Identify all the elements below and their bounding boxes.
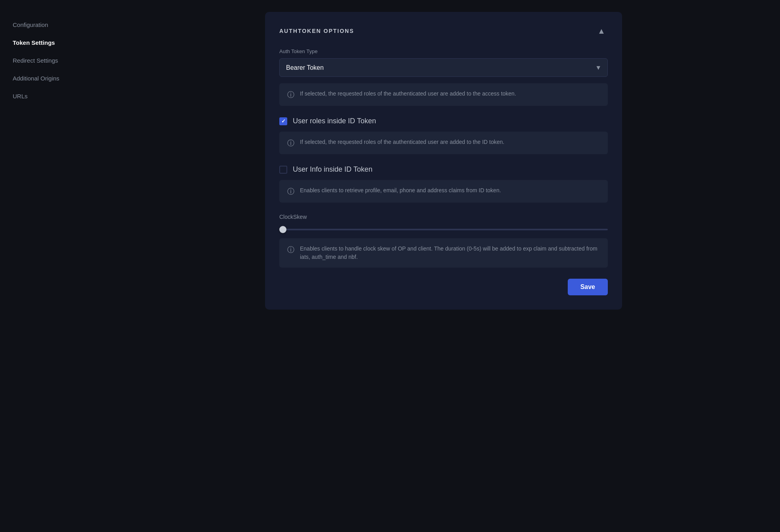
- user-info-id-token-checkbox[interactable]: [279, 166, 287, 174]
- save-button[interactable]: Save: [568, 279, 608, 295]
- user-info-id-token-section: User Info inside ID Token ⓘ Enables clie…: [279, 165, 608, 203]
- clock-skew-slider[interactable]: [279, 229, 608, 230]
- info-icon-4: ⓘ: [287, 245, 294, 255]
- card-header: AUTHTOKEN OPTIONS ▲: [279, 25, 608, 37]
- info-icon: ⓘ: [287, 90, 294, 100]
- sidebar: Configuration Token Settings Redirect Se…: [0, 0, 107, 532]
- bearer-token-info-text: If selected, the requested roles of the …: [300, 90, 516, 98]
- card-title: AUTHTOKEN OPTIONS: [279, 28, 354, 34]
- clock-skew-info-box: ⓘ Enables clients to handle clock skew o…: [279, 238, 608, 268]
- card-footer: Save: [279, 279, 608, 295]
- id-token-roles-info-box: ⓘ If selected, the requested roles of th…: [279, 132, 608, 154]
- auth-token-type-select-wrapper: Bearer Token JWT Token Opaque Token ▼: [279, 58, 608, 77]
- sidebar-item-redirect-settings[interactable]: Redirect Settings: [10, 52, 98, 69]
- user-info-id-token-label: User Info inside ID Token: [293, 165, 373, 174]
- user-roles-id-token-section: User roles inside ID Token ⓘ If selected…: [279, 117, 608, 154]
- sidebar-item-configuration[interactable]: Configuration: [10, 16, 98, 34]
- id-token-roles-info-text: If selected, the requested roles of the …: [300, 138, 504, 146]
- bearer-token-info-box: ⓘ If selected, the requested roles of th…: [279, 83, 608, 106]
- user-info-info-box: ⓘ Enables clients to retrieve profile, e…: [279, 180, 608, 203]
- authtoken-options-card: AUTHTOKEN OPTIONS ▲ Auth Token Type Bear…: [265, 12, 622, 310]
- user-info-info-text: Enables clients to retrieve profile, ema…: [300, 186, 501, 195]
- clock-skew-info-text: Enables clients to handle clock skew of …: [300, 245, 600, 261]
- clock-skew-section: ClockSkew: [279, 214, 608, 232]
- collapse-button[interactable]: ▲: [595, 25, 608, 37]
- clock-skew-label: ClockSkew: [279, 214, 608, 220]
- user-info-id-token-row: User Info inside ID Token: [279, 165, 608, 174]
- user-roles-id-token-row: User roles inside ID Token: [279, 117, 608, 125]
- auth-token-type-section: Auth Token Type Bearer Token JWT Token O…: [279, 48, 608, 77]
- auth-token-type-label: Auth Token Type: [279, 48, 608, 54]
- main-content: AUTHTOKEN OPTIONS ▲ Auth Token Type Bear…: [107, 0, 780, 321]
- info-icon-2: ⓘ: [287, 138, 294, 148]
- sidebar-item-token-settings[interactable]: Token Settings: [10, 34, 98, 52]
- sidebar-item-additional-origins[interactable]: Additional Origins: [10, 69, 98, 87]
- info-icon-3: ⓘ: [287, 187, 294, 196]
- sidebar-item-urls[interactable]: URLs: [10, 87, 98, 105]
- auth-token-type-select[interactable]: Bearer Token JWT Token Opaque Token: [279, 58, 608, 77]
- user-roles-id-token-label: User roles inside ID Token: [293, 117, 376, 125]
- user-roles-id-token-checkbox[interactable]: [279, 117, 287, 125]
